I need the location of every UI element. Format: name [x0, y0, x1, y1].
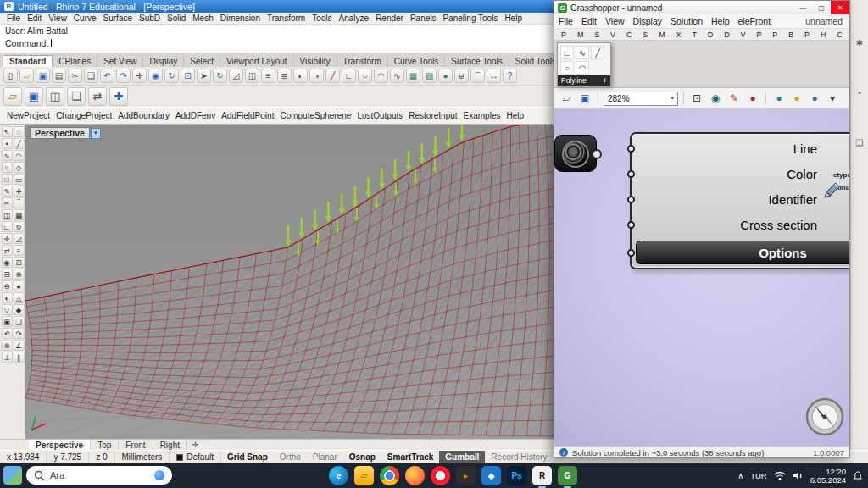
toolbar-tab[interactable]: Visibility [294, 56, 337, 67]
close-button[interactable]: ✕ [831, 1, 849, 14]
panel-toggle-icon[interactable]: ❏ [856, 138, 864, 147]
notification-bell-icon[interactable] [853, 471, 863, 481]
palette-expand-icon[interactable]: + [603, 76, 607, 85]
elefront-component-partial[interactable] [554, 135, 597, 172]
clock[interactable]: 12:20 6.05.2024 [810, 468, 846, 485]
component-category-tab[interactable]: S [643, 30, 648, 39]
grasshopper-titlebar[interactable]: G Grasshopper - unnamed —▢✕ [554, 1, 849, 14]
project-command-button[interactable]: ChangeProject [56, 111, 112, 120]
arc-tool-icon[interactable]: ◠ [374, 69, 388, 83]
component-category-tab[interactable]: B [788, 30, 793, 39]
menu-item[interactable]: eleFront [734, 16, 776, 26]
status-toggle[interactable]: Grid Snap [221, 451, 274, 463]
toolbar-tab[interactable]: Standard [3, 55, 53, 67]
toolbar-tab[interactable]: Select [184, 56, 220, 67]
status-toggle[interactable]: SmartTrack [381, 451, 439, 463]
fillet-tool-icon[interactable]: ⌒ [470, 69, 485, 83]
menu-item[interactable]: Surface [100, 13, 136, 24]
component-category-tab[interactable]: P [804, 30, 810, 39]
zoom-icon[interactable]: ◉ [148, 69, 163, 83]
circle-comp-icon[interactable]: ○ [560, 61, 574, 75]
gh-save-icon[interactable]: ▣ [577, 91, 593, 106]
preview-wire-icon[interactable]: ● [771, 91, 787, 106]
arc-comp-icon[interactable]: ◠ [576, 61, 589, 75]
boolean-tool-icon[interactable]: ⊎ [454, 69, 469, 83]
preview-red-sphere-icon[interactable]: ● [745, 91, 760, 106]
sphere-icon[interactable]: ● [14, 280, 25, 291]
canvas-compass-widget[interactable] [805, 397, 844, 436]
rotate-icon[interactable]: ↻ [213, 69, 227, 83]
menu-item[interactable]: File [554, 16, 577, 26]
line-tool-icon[interactable]: ╱ [326, 69, 340, 83]
layers-icon[interactable]: ≡ [14, 245, 25, 256]
rectangle-icon[interactable]: □ [2, 174, 13, 185]
surface-icon[interactable]: ▦ [14, 209, 25, 220]
preview-eye-icon[interactable]: ◉ [708, 91, 723, 106]
project-command-button[interactable]: RestoreInput [409, 111, 457, 120]
help-icon[interactable]: ? [503, 69, 517, 83]
component-input-color[interactable]: Color [632, 161, 849, 186]
menu-item[interactable]: Analyze [336, 13, 373, 24]
project-command-button[interactable]: Examples [464, 111, 501, 120]
component-category-tab[interactable]: V [610, 30, 615, 39]
project-command-button[interactable]: Help [506, 111, 524, 120]
zoom-extents-icon[interactable]: ⊡ [181, 69, 195, 83]
rotate-view-icon[interactable]: ↻ [164, 69, 179, 83]
angle-icon[interactable]: ∠ [14, 340, 25, 351]
offset-in-icon[interactable]: ⊖ [2, 280, 13, 291]
status-toggle[interactable]: Planar [307, 451, 343, 463]
canvas-frame-icon[interactable]: ⊡ [689, 91, 704, 106]
component-category-tab[interactable]: P [561, 30, 566, 39]
weather-widget-icon[interactable] [3, 466, 22, 485]
menu-item[interactable]: Panels [407, 13, 440, 24]
select-arrow-icon[interactable]: ↖ [2, 126, 13, 137]
ellipse-icon[interactable]: ◇ [14, 162, 25, 173]
shade-icon[interactable]: ◐ [2, 292, 13, 303]
grasshopper-icon[interactable]: G [558, 466, 577, 485]
new-viewport-tab-icon[interactable]: ✛ [192, 441, 199, 449]
print-icon[interactable]: ▤ [52, 69, 66, 83]
diamond-icon[interactable]: ◆ [14, 304, 25, 315]
minimize-button[interactable]: — [793, 1, 812, 14]
sync-icon[interactable]: ⇄ [88, 87, 107, 106]
undo-icon[interactable]: ↶ [100, 69, 114, 83]
menu-item[interactable]: View [601, 16, 629, 26]
bing-icon[interactable] [154, 470, 164, 480]
menu-item[interactable]: Tools [309, 13, 335, 24]
pan-icon[interactable]: ✛ [132, 69, 147, 83]
toolbar-tab[interactable]: Display [143, 56, 184, 67]
menu-item[interactable]: Help [501, 13, 526, 24]
menu-item[interactable]: Edit [577, 16, 601, 26]
cut-icon[interactable]: ✂ [68, 69, 82, 83]
trim-icon[interactable]: ✂ [2, 197, 13, 208]
status-toggle[interactable]: Osnap [343, 451, 381, 463]
new-file-icon[interactable]: ▯ [3, 69, 18, 83]
menu-item[interactable]: Mesh [189, 13, 216, 24]
plane-icon[interactable]: ▭ [14, 174, 25, 185]
line-icon[interactable]: ╱ [14, 138, 25, 149]
preview-menu-caret-icon[interactable]: ▾ [825, 91, 840, 106]
redo-icon[interactable]: ↷ [116, 69, 131, 83]
parallel-icon[interactable]: ∥ [14, 352, 25, 363]
offset-out-icon[interactable]: ⊕ [14, 269, 25, 280]
media-player-icon[interactable]: ▸ [456, 466, 476, 485]
component-category-tab[interactable]: P [772, 30, 777, 39]
undo-mini-icon[interactable]: ↶ [2, 328, 13, 339]
status-toggle[interactable]: Ortho [274, 451, 307, 463]
component-category-tab[interactable]: V [741, 30, 746, 39]
interpolate-comp-icon[interactable]: ∿ [576, 46, 589, 59]
layout-icon[interactable]: ◫ [46, 87, 64, 106]
lasso-select-icon[interactable]: ◌ [14, 126, 25, 137]
scale-icon[interactable]: ◿ [14, 233, 25, 244]
tray-overflow-chevron-icon[interactable]: ∧ [737, 471, 743, 480]
menu-item[interactable]: Curve [70, 13, 100, 24]
input-socket[interactable] [627, 145, 635, 152]
kinky-curve-comp-icon[interactable]: ╱ [591, 46, 604, 59]
save-mini-icon[interactable]: ▣ [2, 316, 13, 327]
menu-item[interactable]: Dimension [217, 13, 264, 24]
paint-brush-icon[interactable]: ✎ [726, 91, 742, 106]
gear-icon[interactable]: ✱ [856, 38, 863, 47]
component-category-tab[interactable]: C [837, 30, 843, 39]
viewport-3d-scene[interactable] [25, 125, 554, 439]
toolbar-tab[interactable]: CPlanes [53, 56, 97, 67]
